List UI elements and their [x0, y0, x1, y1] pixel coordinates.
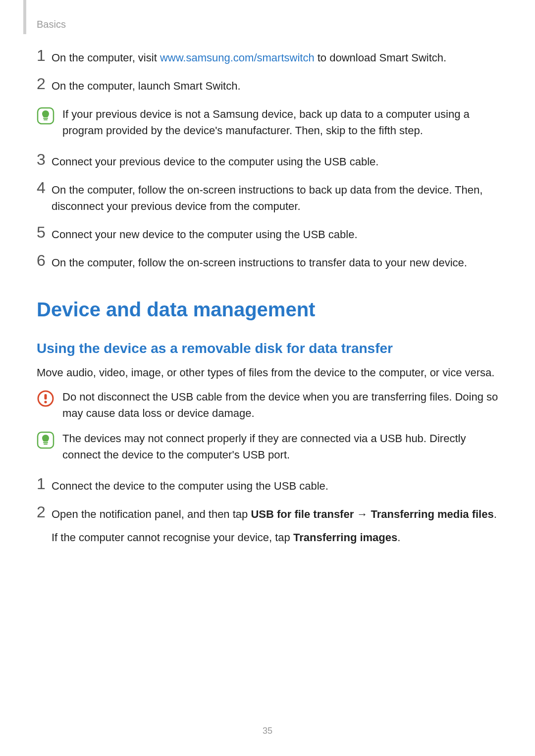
step-item: 6 On the computer, follow the on-screen … — [37, 254, 498, 271]
page-number: 35 — [0, 726, 535, 736]
heading-removable-disk: Using the device as a removable disk for… — [37, 341, 498, 356]
note-icon — [37, 431, 54, 449]
svg-rect-2 — [45, 394, 47, 400]
step-text: Open the notification panel, and then ta… — [51, 506, 497, 546]
step-number: 1 — [37, 48, 51, 63]
bold-text: USB for file transfer — [251, 508, 354, 520]
step-number: 2 — [37, 76, 51, 92]
bold-text: Transferring media files — [371, 508, 493, 520]
step-item: 1 Connect the device to the computer usi… — [37, 478, 498, 494]
text-fragment: . — [397, 531, 400, 544]
step-number: 3 — [37, 151, 51, 167]
step-number: 6 — [37, 252, 51, 268]
link-smartswitch[interactable]: www.samsung.com/smartswitch — [160, 51, 315, 64]
page-content: 1 On the computer, visit www.samsung.com… — [37, 50, 498, 557]
step-text: On the computer, visit www.samsung.com/s… — [51, 50, 446, 66]
step-item: 5 Connect your new device to the compute… — [37, 226, 498, 243]
step-number: 4 — [37, 180, 51, 196]
text-fragment: . — [494, 508, 497, 520]
step-item: 3 Connect your previous device to the co… — [37, 153, 498, 170]
step-text: Connect your previous device to the comp… — [51, 153, 378, 170]
step-item: 2 Open the notification panel, and then … — [37, 506, 498, 546]
warning-text: Do not disconnect the USB cable from the… — [62, 389, 498, 421]
header-rule — [23, 0, 26, 34]
paragraph: Move audio, video, image, or other types… — [37, 364, 498, 381]
step-text: On the computer, launch Smart Switch. — [51, 78, 241, 94]
text-fragment: On the computer, visit — [52, 51, 160, 64]
step-item: 2 On the computer, launch Smart Switch. — [37, 78, 498, 94]
breadcrumb: Basics — [37, 19, 66, 30]
warning-icon — [37, 390, 54, 407]
text-fragment: Open the notification panel, and then ta… — [52, 508, 251, 520]
svg-point-3 — [44, 401, 47, 403]
heading-device-data-management: Device and data management — [37, 299, 498, 321]
text-fragment: If the computer cannot recognise your de… — [52, 531, 293, 544]
note-text: If your previous device is not a Samsung… — [62, 106, 498, 139]
step-number: 1 — [37, 476, 51, 492]
note-text: The devices may not connect properly if … — [62, 430, 498, 463]
step-item: 4 On the computer, follow the on-screen … — [37, 182, 498, 214]
note-icon — [37, 107, 54, 125]
warning-callout: Do not disconnect the USB cable from the… — [37, 389, 498, 421]
step-subtext: If the computer cannot recognise your de… — [52, 529, 497, 546]
step-number: 5 — [37, 224, 51, 240]
step-number: 2 — [37, 504, 51, 520]
step-item: 1 On the computer, visit www.samsung.com… — [37, 50, 498, 66]
bold-text: Transferring images — [293, 531, 397, 544]
arrow-text: → — [354, 508, 371, 520]
step-text: Connect the device to the computer using… — [51, 478, 328, 494]
text-fragment: to download Smart Switch. — [315, 51, 447, 64]
note-callout: The devices may not connect properly if … — [37, 430, 498, 463]
step-text: On the computer, follow the on-screen in… — [51, 254, 467, 271]
note-callout: If your previous device is not a Samsung… — [37, 106, 498, 139]
step-text: Connect your new device to the computer … — [51, 226, 358, 243]
step-text: On the computer, follow the on-screen in… — [51, 182, 498, 214]
